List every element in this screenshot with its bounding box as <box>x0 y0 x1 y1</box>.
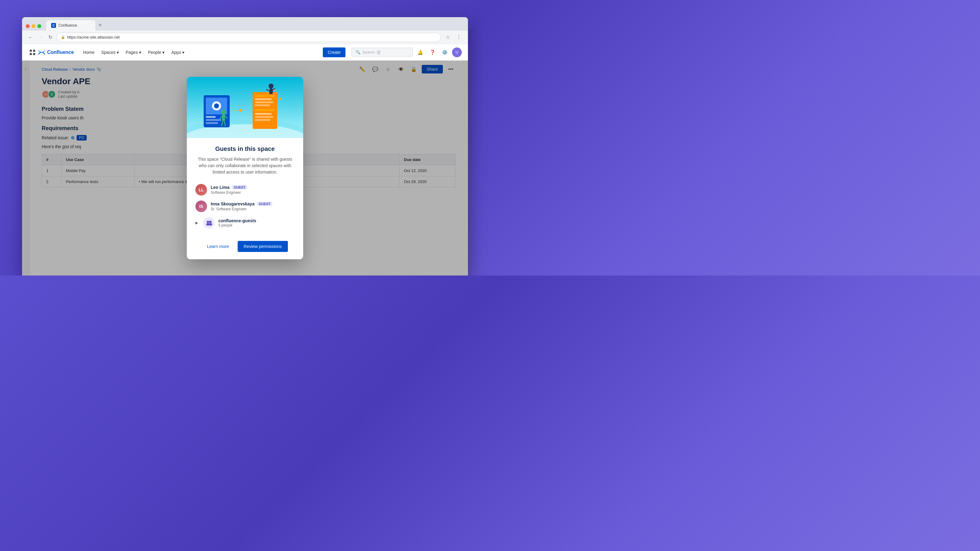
browser-window: C Confluence + ← → ↻ 🔒 https://acme-site… <box>22 17 468 275</box>
keyboard-hint: / <box>377 50 381 54</box>
svg-rect-4 <box>30 53 32 55</box>
nav-people[interactable]: People ▾ <box>145 48 168 57</box>
svg-point-41 <box>279 98 282 100</box>
nav-items: Home Spaces ▾ Pages ▾ People ▾ Apps ▾ <box>80 48 321 57</box>
guest-badge-inna: GUEST <box>257 202 272 206</box>
chevron-down-icon: ▾ <box>117 50 119 55</box>
modal-description: This space "Cloud Release" is shared wit… <box>196 156 294 175</box>
group-info: confluence-guests 5 people <box>218 218 294 227</box>
tab-label: Confluence <box>59 23 77 27</box>
guest-avatar-leo: LL <box>196 184 207 195</box>
svg-point-45 <box>208 223 212 225</box>
svg-rect-11 <box>206 116 216 118</box>
svg-rect-2 <box>30 49 32 52</box>
review-permissions-button[interactable]: Review permissions <box>238 241 288 252</box>
svg-text:C: C <box>52 24 54 27</box>
guest-role-inna: Sr. Software Engineer <box>211 207 294 211</box>
back-button[interactable]: ← <box>27 34 34 41</box>
svg-rect-3 <box>33 49 35 52</box>
app-content: Confluence Home Spaces ▾ Pages ▾ People … <box>22 44 468 275</box>
svg-point-43 <box>209 221 212 223</box>
svg-point-15 <box>214 103 219 108</box>
guest-name-row-leo: Leo Lima GUEST <box>211 185 294 190</box>
svg-rect-24 <box>255 113 272 115</box>
svg-rect-22 <box>255 105 270 106</box>
close-traffic-light[interactable] <box>26 24 30 28</box>
nav-home[interactable]: Home <box>80 48 97 57</box>
svg-rect-26 <box>255 119 270 121</box>
bookmark-button[interactable]: ☆ <box>444 33 452 41</box>
nav-pages[interactable]: Pages ▾ <box>123 48 144 57</box>
forward-button[interactable]: → <box>37 34 44 41</box>
more-button[interactable]: ⋮ <box>455 33 463 41</box>
new-tab-button[interactable]: + <box>97 21 104 29</box>
minimize-traffic-light[interactable] <box>32 24 35 28</box>
chevron-down-icon: ▾ <box>182 50 185 55</box>
guest-name-leo: Leo Lima <box>211 185 229 190</box>
svg-rect-19 <box>255 95 275 97</box>
guest-name-row-inna: Inna Skougarevskaya GUEST <box>211 202 294 206</box>
apps-grid-icon[interactable] <box>28 48 37 57</box>
guest-item-leo: LL Leo Lima GUEST Software Engineer <box>196 181 294 198</box>
help-button[interactable]: ❓ <box>428 48 438 57</box>
guest-list: LL Leo Lima GUEST Software Engineer <box>196 181 294 231</box>
svg-line-39 <box>272 91 272 94</box>
modal-title: Guests in this space <box>196 145 294 152</box>
group-count: 5 people <box>218 223 294 227</box>
group-icon <box>203 217 215 229</box>
svg-rect-12 <box>206 119 221 121</box>
svg-line-36 <box>266 90 269 90</box>
confluence-navbar: Confluence Home Spaces ▾ Pages ▾ People … <box>22 44 468 60</box>
address-actions: ☆ ⋮ <box>444 33 463 41</box>
group-name: confluence-guests <box>218 218 294 223</box>
guest-role-leo: Software Engineer <box>211 191 294 195</box>
group-item-confluence-guests: ▶ conflue <box>196 214 294 231</box>
guest-badge-leo: GUEST <box>232 185 247 189</box>
modal-actions: Learn more Review permissions <box>196 237 294 253</box>
chevron-down-icon: ▾ <box>162 50 164 55</box>
refresh-button[interactable]: ↻ <box>46 34 54 41</box>
svg-rect-28 <box>222 114 225 121</box>
svg-point-17 <box>239 109 242 112</box>
url-text: https://acme-site.atlassian.net <box>67 35 120 40</box>
svg-rect-21 <box>255 101 273 103</box>
tab-favicon: C <box>51 23 56 28</box>
expand-group-icon[interactable]: ▶ <box>196 221 198 225</box>
svg-point-34 <box>269 84 274 89</box>
url-bar[interactable]: 🔒 https://acme-site.atlassian.net <box>56 33 441 42</box>
learn-more-button[interactable]: Learn more <box>202 241 234 251</box>
modal-illustration <box>187 77 303 138</box>
modal-body: Guests in this space This space "Cloud R… <box>187 138 303 259</box>
nav-apps[interactable]: Apps ▾ <box>168 48 188 57</box>
traffic-lights <box>26 24 41 28</box>
page-area: ‹ Cloud Release / Vendor docs 📎 ✏️ 💬 ☆ 👁… <box>22 60 468 275</box>
svg-rect-5 <box>33 53 35 55</box>
search-bar[interactable]: 🔍 Search / <box>352 48 413 57</box>
svg-rect-20 <box>255 98 272 100</box>
confluence-logo-text: Confluence <box>47 49 74 55</box>
guest-info-leo: Leo Lima GUEST Software Engineer <box>211 185 294 195</box>
search-placeholder: Search <box>362 50 375 54</box>
notifications-button[interactable]: 🔔 <box>415 48 425 57</box>
chevron-down-icon: ▾ <box>139 50 141 55</box>
guests-modal: Guests in this space This space "Cloud R… <box>187 77 303 259</box>
search-icon: 🔍 <box>356 50 360 54</box>
modal-overlay[interactable]: Guests in this space This space "Cloud R… <box>22 60 468 275</box>
svg-rect-13 <box>206 122 218 124</box>
browser-tab[interactable]: C Confluence <box>46 20 95 30</box>
guest-name-inna: Inna Skougarevskaya <box>211 202 255 206</box>
svg-point-42 <box>207 221 209 223</box>
svg-line-38 <box>269 91 270 94</box>
svg-rect-25 <box>255 116 273 118</box>
nav-spaces[interactable]: Spaces ▾ <box>98 48 122 57</box>
tab-bar: C Confluence + <box>22 17 468 30</box>
guest-info-inna: Inna Skougarevskaya GUEST Sr. Software E… <box>211 202 294 211</box>
address-bar: ← → ↻ 🔒 https://acme-site.atlassian.net … <box>22 30 468 44</box>
lock-icon: 🔒 <box>61 35 65 39</box>
create-button[interactable]: Create <box>323 48 345 57</box>
svg-point-27 <box>221 110 226 114</box>
settings-button[interactable]: ⚙️ <box>440 48 450 57</box>
confluence-logo[interactable]: Confluence <box>38 49 74 56</box>
fullscreen-traffic-light[interactable] <box>37 24 41 28</box>
user-avatar[interactable]: U <box>452 48 462 57</box>
